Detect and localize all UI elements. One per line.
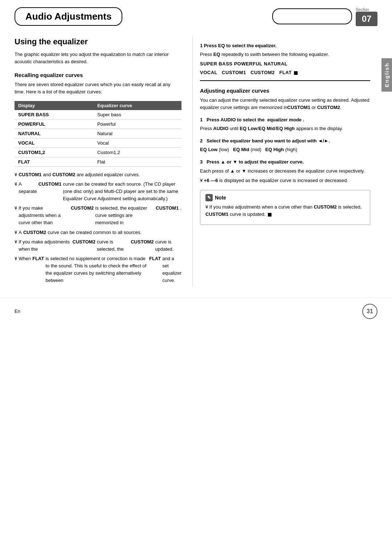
table-cell-display: VOCAL [15,138,94,148]
footer-en-label: En [15,308,20,314]
left-column: Using the equalizer The graphic equalize… [15,37,192,287]
footer: En 31 [0,298,392,325]
note-label: Note [215,195,226,201]
header-oval [272,8,352,24]
eq-modes-line1: SUPER BASS POWERFUL NATURAL [200,60,370,68]
table-cell-curve: Super bass [94,110,181,120]
table-cell-curve: Powerful [94,119,181,129]
step-press-heading: 3 Press ▲ or ▼ to adjust the equalizer c… [200,158,370,166]
header-title-box: Audio Adjustments [15,7,122,26]
section-number: 07 [356,12,377,26]
step-press-body2: ¥ +6 —6 is displayed as the equalizer cu… [200,177,370,184]
table-cell-display: CUSTOM1,2 [15,148,94,157]
page: Audio Adjustments Section 07 English Usi… [0,0,392,557]
step-select-heading: 2 Select the equalizer band you want to … [200,137,370,145]
bullet-item: ¥ When FLAT is selected no supplement or… [15,255,181,284]
note-body: ¥ If you make adjustments when a curve o… [205,203,365,218]
bullet-item: ¥ CUSTOM1 and CUSTOM2 are adjusted equal… [15,171,181,178]
small-square-icon [294,71,298,75]
bullet-item: ¥ If you make adjustments when a curve o… [15,205,181,226]
recalling-title: Recalling equalizer curves [15,72,181,78]
english-sidebar-label: English [381,58,392,92]
main-content: Using the equalizer The graphic equalize… [0,26,392,287]
table-col-curve: Equalizer curve [94,101,181,110]
section-divider [200,80,370,81]
table-row: CUSTOM1,2Custom1,2 [15,148,181,157]
table-cell-curve: Custom1,2 [94,148,181,157]
bullet-list: ¥ CUSTOM1 and CUSTOM2 are adjusted equal… [15,171,181,284]
table-cell-curve: Natural [94,129,181,138]
eq-low-mid-high: EQ Low (low) EQ Mid (mid) EQ High (high) [200,146,370,153]
table-row: POWERFULPowerful [15,119,181,129]
table-col-display: Display [15,101,94,110]
main-section-title: Using the equalizer [15,37,181,47]
recalling-body: There are seven stored equalizer curves … [15,81,181,96]
table-cell-curve: Flat [94,157,181,166]
step-audio-body: Press AUDIO until EQ Low/EQ Mid/EQ High … [200,125,370,132]
table-cell-display: POWERFUL [15,119,94,129]
step1-heading: 1 Press EQ to select the equalizer. [200,42,370,49]
header-right: Section 07 [272,7,377,26]
note-icon: ✎ [205,194,213,201]
step-press-body1: Each press of ▲ or ▼ increases or decrea… [200,167,370,175]
table-cell-display: SUPER BASS [15,110,94,120]
bullet-item: ¥ A separate CUSTOM1 curve can be create… [15,181,181,202]
step1-heading-text: 1 Press EQ to select the equalizer. [200,43,277,48]
page-title: Audio Adjustments [25,11,111,22]
top-header: Audio Adjustments Section 07 [0,0,392,26]
step-audio-heading: 1 Press AUDIO to select the equalizer mo… [200,116,370,124]
table-row: VOCALVocal [15,138,181,148]
step1-body: Press EQ repeatedly to swith between the… [200,51,370,58]
adjusting-body: You can adjust the currently selected eq… [200,97,370,111]
bullet-item: ¥ A CUSTOM2 curve can be created common … [15,229,181,236]
bullet-item: ¥ If you make adjustments when the CUSTO… [15,238,181,253]
table-cell-curve: Vocal [94,138,181,148]
table-row: NATURALNatural [15,129,181,138]
note-box: ✎ Note ¥ If you make adjustments when a … [200,190,370,225]
right-column: 1 Press EQ to select the equalizer. Pres… [192,37,370,287]
note-square-icon [268,213,271,217]
note-header: ✎ Note [205,194,365,201]
eq-modes-line2: VOCAL CUSTOM1 CUSTOM2 FLAT [200,69,370,76]
page-number: 31 [362,304,377,319]
equalizer-table: Display Equalizer curve SUPER BASSSuper … [15,101,181,167]
table-cell-display: FLAT [15,157,94,166]
table-cell-display: NATURAL [15,129,94,138]
adjusting-title: Adjusting equalizer curves [200,88,370,94]
table-row: FLATFlat [15,157,181,166]
intro-paragraph: The graphic equalizer lets you adjust th… [15,51,181,65]
table-row: SUPER BASSSuper bass [15,110,181,120]
section-label: Section [356,7,369,12]
